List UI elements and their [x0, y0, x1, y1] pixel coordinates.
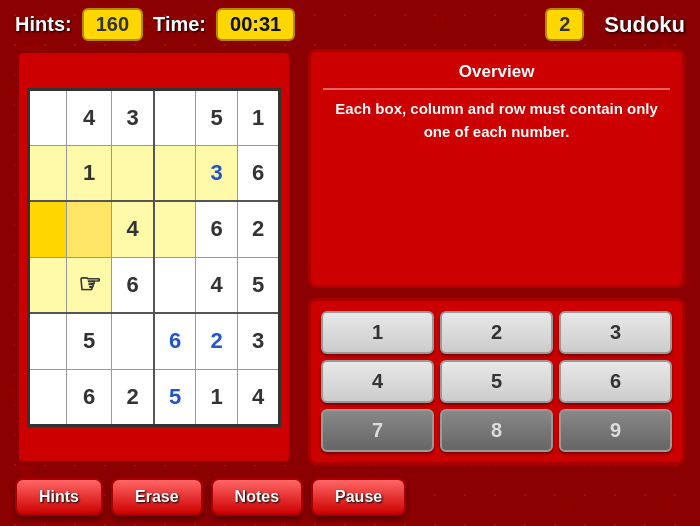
- grid-cell[interactable]: 1: [238, 89, 280, 145]
- grid-cell[interactable]: [29, 313, 67, 369]
- numpad-button-9[interactable]: 9: [559, 409, 672, 452]
- numpad-button-8[interactable]: 8: [440, 409, 553, 452]
- grid-cell[interactable]: 2: [238, 201, 280, 257]
- notes-button[interactable]: Notes: [211, 478, 303, 516]
- grid-cell[interactable]: [67, 201, 112, 257]
- numpad-button-4[interactable]: 4: [321, 360, 434, 403]
- grid-cell[interactable]: [29, 89, 67, 145]
- grid-cell[interactable]: [29, 201, 67, 257]
- grid-cell[interactable]: ☞: [67, 257, 112, 313]
- grid-cell[interactable]: 4: [67, 89, 112, 145]
- header: Hints: 160 Time: 00:31 2 Sudoku: [0, 0, 700, 49]
- grid-cell[interactable]: 4: [196, 257, 238, 313]
- grid-cell[interactable]: 4: [238, 369, 280, 425]
- grid-cell[interactable]: 2: [196, 313, 238, 369]
- grid-cell[interactable]: 3: [112, 89, 154, 145]
- grid-cell[interactable]: [154, 257, 196, 313]
- numpad-button-3[interactable]: 3: [559, 311, 672, 354]
- grid-cell[interactable]: [154, 145, 196, 201]
- numpad-button-5[interactable]: 5: [440, 360, 553, 403]
- numpad: 123456789: [308, 298, 685, 465]
- grid-cell[interactable]: [29, 257, 67, 313]
- grid-cell[interactable]: 6: [67, 369, 112, 425]
- grid-cell[interactable]: 6: [238, 145, 280, 201]
- grid-cell[interactable]: 4: [112, 201, 154, 257]
- content-area: 4351136462☞645562362514 Overview Each bo…: [0, 49, 700, 470]
- grid-cell[interactable]: 1: [67, 145, 112, 201]
- grid-cell[interactable]: 6: [196, 201, 238, 257]
- grid-cell[interactable]: [112, 313, 154, 369]
- level-badge: 2: [545, 8, 584, 41]
- pause-button[interactable]: Pause: [311, 478, 406, 516]
- grid-cell[interactable]: 5: [238, 257, 280, 313]
- grid-cell[interactable]: 6: [112, 257, 154, 313]
- numpad-button-1[interactable]: 1: [321, 311, 434, 354]
- grid-cell[interactable]: 5: [196, 89, 238, 145]
- grid-cell[interactable]: [29, 145, 67, 201]
- toolbar: HintsEraseNotesPause: [0, 470, 700, 526]
- grid-cell[interactable]: [29, 369, 67, 425]
- time-value: 00:31: [216, 8, 295, 41]
- grid-cell[interactable]: 3: [238, 313, 280, 369]
- overview-text: Each box, column and row must contain on…: [323, 98, 670, 143]
- sudoku-grid: 4351136462☞645562362514: [27, 88, 281, 427]
- grid-cell[interactable]: 3: [196, 145, 238, 201]
- numpad-button-7[interactable]: 7: [321, 409, 434, 452]
- game-title: Sudoku: [604, 12, 685, 38]
- grid-cell[interactable]: 5: [154, 369, 196, 425]
- grid-cell[interactable]: [154, 89, 196, 145]
- numpad-button-6[interactable]: 6: [559, 360, 672, 403]
- right-panel: Overview Each box, column and row must c…: [308, 49, 685, 465]
- grid-cell[interactable]: 2: [112, 369, 154, 425]
- overview-box: Overview Each box, column and row must c…: [308, 49, 685, 288]
- grid-panel: 4351136462☞645562362514: [15, 49, 293, 465]
- grid-cell[interactable]: 6: [154, 313, 196, 369]
- grid-cell[interactable]: [112, 145, 154, 201]
- numpad-button-2[interactable]: 2: [440, 311, 553, 354]
- hints-button[interactable]: Hints: [15, 478, 103, 516]
- hints-label: Hints:: [15, 13, 72, 36]
- grid-cell[interactable]: 5: [67, 313, 112, 369]
- overview-title: Overview: [323, 62, 670, 90]
- time-label: Time:: [153, 13, 206, 36]
- grid-cell[interactable]: 1: [196, 369, 238, 425]
- grid-cell[interactable]: [154, 201, 196, 257]
- erase-button[interactable]: Erase: [111, 478, 203, 516]
- hints-value: 160: [82, 8, 143, 41]
